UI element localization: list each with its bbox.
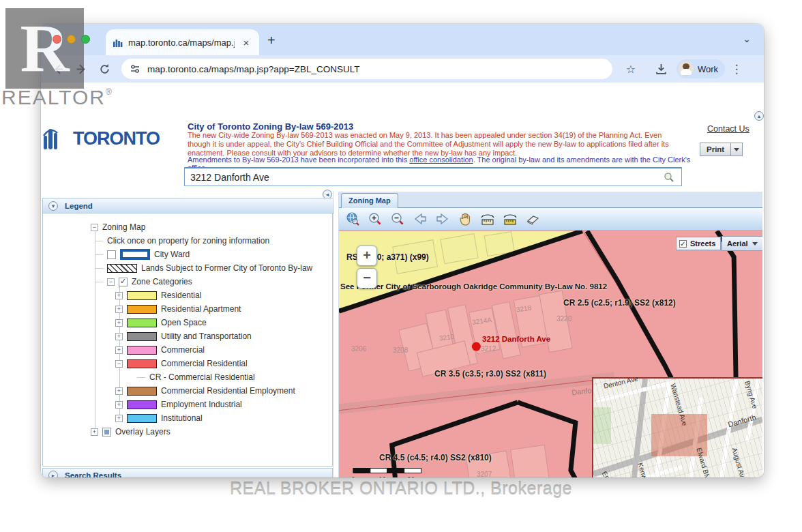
print-dropdown-arrow-icon[interactable]: [730, 143, 743, 156]
download-icon[interactable]: [652, 60, 670, 78]
window-minimize-button[interactable]: [67, 35, 76, 44]
residential-swatch: [127, 291, 157, 300]
browser-menu-icon[interactable]: ⋮: [728, 60, 745, 78]
overview-inset-map[interactable]: Denton Ave Wanstead Ave Byng Ave Danfort…: [592, 377, 762, 477]
tree-item-zoning-map[interactable]: − Zoning Map: [43, 220, 332, 234]
tree-item-institutional[interactable]: + Institutional: [43, 411, 332, 425]
site-info-icon[interactable]: [130, 63, 140, 74]
tree-item-utility[interactable]: + Utility and Transportation: [43, 329, 332, 343]
tab-close-icon[interactable]: ×: [240, 37, 252, 48]
zoom-out-tool-icon[interactable]: [389, 211, 406, 227]
address-search-input[interactable]: [185, 172, 664, 183]
expand-expander-icon[interactable]: +: [115, 346, 123, 354]
previous-extent-icon[interactable]: [412, 211, 428, 227]
url-text: map.toronto.ca/maps/map.jsp?app=ZBL_CONS…: [147, 64, 360, 74]
streets-toggle[interactable]: ✓ Streets: [676, 237, 721, 250]
new-tab-button[interactable]: +: [267, 33, 276, 48]
zone-label-cr45: CR 4.5 (c4.5; r4.0) SS2 (x810): [379, 453, 492, 462]
expand-expander-icon[interactable]: +: [115, 292, 123, 299]
zone-categories-checkbox[interactable]: [119, 278, 128, 286]
tree-item-overlay-layers[interactable]: + Overlay Layers: [43, 425, 332, 439]
eraser-icon[interactable]: [524, 211, 541, 227]
expand-expander-icon[interactable]: +: [115, 333, 123, 340]
legend-header[interactable]: ▾ Legend: [43, 198, 333, 213]
zoom-in-tool-icon[interactable]: [367, 211, 383, 227]
map-zoom-in-button[interactable]: +: [357, 246, 377, 266]
window-close-button[interactable]: [53, 35, 61, 44]
header-collapse-icon[interactable]: ▴: [754, 111, 764, 121]
panel-splitter[interactable]: [333, 192, 339, 477]
search-results-title: Search Results: [65, 471, 121, 477]
expand-expander-icon[interactable]: +: [115, 306, 123, 313]
city-ward-checkbox[interactable]: [107, 250, 116, 259]
zone-label-cr25: CR 2.5 (c2.5; r1.9) SS2 (x812): [563, 298, 676, 308]
search-results-expand-icon[interactable]: ▸: [48, 471, 58, 477]
realtor-text-watermark: REALTOR®: [1, 86, 113, 109]
tree-item-commercial-residential[interactable]: − Commercial Residential: [43, 357, 332, 370]
print-button-label[interactable]: Print: [700, 143, 730, 156]
office-consolidation-link[interactable]: office consolidation: [409, 156, 473, 164]
tree-item-residential-apartment[interactable]: + Residential Apartment: [43, 302, 332, 316]
browser-tab[interactable]: map.toronto.ca/maps/map.jsp ×: [106, 29, 259, 55]
aerial-dropdown[interactable]: Aerial: [722, 236, 762, 251]
scale-tick: 20m: [407, 476, 421, 477]
aerial-label: Aerial: [727, 239, 748, 248]
url-bar[interactable]: map.toronto.ca/maps/map.jsp?app=ZBL_CONS…: [121, 59, 612, 79]
expand-expander-icon[interactable]: +: [115, 387, 123, 395]
tree-item-cr-sub[interactable]: CR - Commercial Residential: [43, 370, 332, 384]
house-number: 3206: [351, 345, 366, 353]
zoning-map-tab[interactable]: Zoning Map: [341, 193, 398, 208]
full-extent-icon[interactable]: [344, 211, 361, 227]
tab-list-chevron-icon[interactable]: ⌄: [739, 32, 754, 47]
institutional-swatch: [127, 414, 157, 423]
map-zoom-out-button[interactable]: −: [357, 268, 377, 289]
bylaw-notice-text: The new City-wide Zoning By-law 569-2013…: [188, 131, 677, 158]
collapse-expander-icon[interactable]: −: [107, 278, 115, 286]
tree-item-city-ward[interactable]: City Ward: [43, 248, 332, 261]
realtor-r-letter: R: [20, 14, 69, 83]
legend-sidebar: ▾ Legend − Zoning Map Click once on prop…: [42, 198, 333, 467]
measure-area-icon[interactable]: [502, 211, 518, 227]
tree-item-commercial[interactable]: + Commercial: [43, 343, 332, 357]
reload-icon[interactable]: [95, 60, 113, 78]
avatar: [679, 61, 694, 76]
house-number: 3207: [477, 471, 492, 477]
tree-item-residential[interactable]: + Residential: [43, 289, 332, 302]
realtor-logo-watermark: R: [5, 8, 84, 89]
overlay-layers-checkbox[interactable]: [102, 428, 111, 437]
contact-us-link[interactable]: Contact Us: [707, 124, 749, 134]
tree-item-former-city[interactable]: Lands Subject to Former City of Toronto …: [43, 261, 332, 275]
residential-apartment-swatch: [127, 305, 157, 314]
print-button[interactable]: Print: [700, 143, 743, 156]
window-maximize-button[interactable]: [81, 35, 90, 44]
tree-item-cre[interactable]: + Commercial Residential Employment: [43, 384, 332, 398]
legend-collapse-icon[interactable]: ▾: [48, 201, 58, 211]
search-icon[interactable]: [664, 172, 674, 183]
expand-expander-icon[interactable]: +: [91, 428, 98, 436]
measure-distance-icon[interactable]: [479, 211, 496, 227]
expand-expander-icon[interactable]: +: [115, 415, 123, 422]
tab-title: map.toronto.ca/maps/map.jsp: [128, 38, 235, 48]
pan-hand-icon[interactable]: [457, 211, 473, 227]
open-space-swatch: [127, 319, 157, 327]
house-number: 3208: [393, 346, 408, 354]
tree-label: Commercial Residential Employment: [161, 386, 295, 396]
streets-checkbox-icon[interactable]: ✓: [679, 240, 687, 248]
collapse-expander-icon[interactable]: −: [115, 360, 123, 368]
search-results-panel[interactable]: ▸ Search Results: [42, 468, 333, 477]
expand-expander-icon[interactable]: +: [115, 401, 123, 409]
bookmark-star-icon[interactable]: ☆: [622, 60, 640, 78]
next-extent-icon[interactable]: [434, 211, 451, 227]
tree-item-employment-industrial[interactable]: + Employment Industrial: [43, 398, 332, 411]
house-number: 3212: [481, 345, 496, 353]
tree-item-open-space[interactable]: + Open Space: [43, 316, 332, 329]
zoning-map-viewport[interactable]: RS (f12.0; a371) (x99) See Former City o…: [339, 231, 762, 477]
toronto-logo: TORONTO: [42, 125, 160, 149]
profile-label: Work: [698, 64, 718, 74]
tree-label: Zone Categories: [132, 277, 192, 286]
collapse-expander-icon[interactable]: −: [91, 224, 98, 231]
profile-chip[interactable]: Work: [677, 59, 725, 78]
expand-expander-icon[interactable]: +: [115, 319, 123, 327]
tree-item-zone-categories[interactable]: − Zone Categories: [43, 275, 332, 289]
toronto-logo-text: TORONTO: [73, 128, 160, 149]
